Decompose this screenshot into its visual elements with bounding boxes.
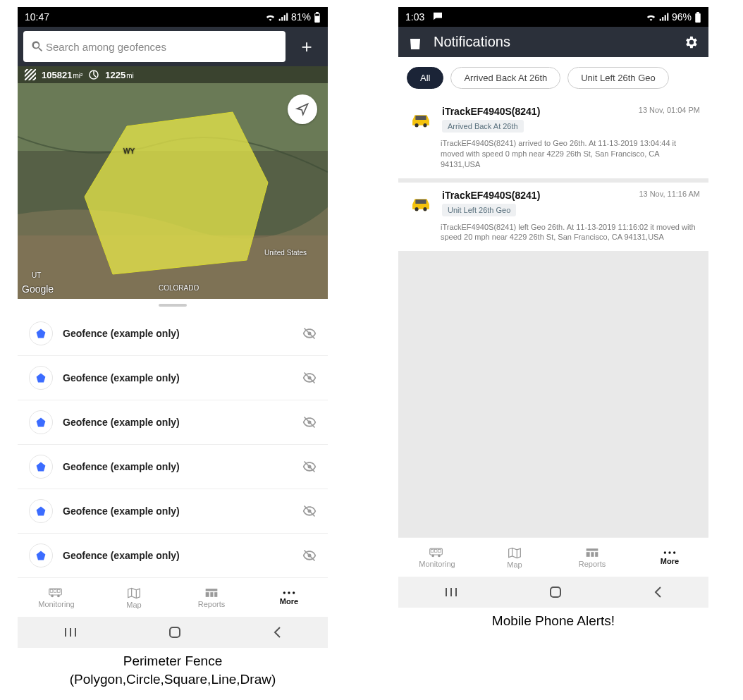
svg-rect-24 xyxy=(54,589,56,592)
add-geofence-button[interactable]: + xyxy=(291,31,322,62)
notif-timestamp: 13 Nov, 01:04 PM xyxy=(639,106,700,114)
visibility-off-icon[interactable] xyxy=(302,371,317,385)
geofence-row[interactable]: Geofence (example only) xyxy=(18,445,328,489)
nav-map[interactable]: Map xyxy=(476,538,553,577)
map-label-ut: UT xyxy=(32,271,41,279)
geofence-label: Geofence (example only) xyxy=(63,328,293,339)
notification-card[interactable]: iTrackEF4940S(8241) Arrived Back At 26th… xyxy=(398,99,708,178)
nav-reports[interactable]: Reports xyxy=(173,578,250,617)
table-icon xyxy=(204,587,219,598)
notif-header: Notifications xyxy=(398,27,708,57)
svg-rect-29 xyxy=(214,592,217,597)
svg-point-46 xyxy=(431,554,434,557)
nav-label: Monitoring xyxy=(419,560,455,568)
geofence-shape-icon xyxy=(29,366,53,390)
geofence-label: Geofence (example only) xyxy=(63,417,293,428)
nav-map[interactable]: Map xyxy=(95,578,173,617)
chip-arrived[interactable]: Arrived Back At 26th xyxy=(450,67,560,89)
home-button[interactable] xyxy=(549,586,562,598)
visibility-off-icon[interactable] xyxy=(302,460,317,474)
geofence-row[interactable]: Geofence (example only) xyxy=(18,489,328,534)
nav-more[interactable]: More xyxy=(631,538,708,577)
vehicle-icon xyxy=(407,106,435,134)
nav-more[interactable]: More xyxy=(250,578,328,617)
svg-marker-8 xyxy=(37,329,46,338)
svg-point-22 xyxy=(57,594,60,597)
nav-reports[interactable]: Reports xyxy=(553,538,631,577)
locate-me-button[interactable] xyxy=(288,94,317,124)
recents-button[interactable] xyxy=(444,587,458,598)
geofence-row[interactable]: Geofence (example only) xyxy=(18,400,328,445)
geofence-label: Geofence (example only) xyxy=(63,550,293,561)
nav-label: Reports xyxy=(579,560,606,568)
map-label-co: COLORADO xyxy=(159,284,199,292)
svg-point-44 xyxy=(423,207,426,211)
notif-title: iTrackEF4940S(8241) xyxy=(442,106,632,117)
svg-rect-49 xyxy=(434,549,437,552)
nav-label: Map xyxy=(126,601,141,609)
visibility-off-icon[interactable] xyxy=(302,415,317,429)
notification-list[interactable]: iTrackEF4940S(8241) Arrived Back At 26th… xyxy=(398,99,708,537)
battery-pct: 81% xyxy=(291,11,311,23)
bus-icon xyxy=(49,587,64,598)
status-time: 10:47 xyxy=(25,11,49,23)
nav-label: Reports xyxy=(198,600,226,608)
svg-rect-38 xyxy=(696,12,699,13)
svg-rect-26 xyxy=(206,589,218,591)
perim-unit: mi xyxy=(126,72,134,80)
signal-icon xyxy=(659,13,669,21)
map-icon xyxy=(127,587,141,599)
map-view[interactable]: 105821mi² 1225mi WY UT United States COL… xyxy=(18,66,328,299)
svg-rect-53 xyxy=(591,552,594,557)
drag-handle[interactable] xyxy=(18,299,328,312)
plus-icon: + xyxy=(301,36,312,58)
caption-left: Perimeter Fence (Polygon,Circle,Square,L… xyxy=(18,652,328,688)
back-button[interactable] xyxy=(272,626,282,639)
visibility-off-icon[interactable] xyxy=(302,548,317,563)
svg-rect-48 xyxy=(431,549,434,552)
geofence-row[interactable]: Geofence (example only) xyxy=(18,534,328,577)
svg-rect-27 xyxy=(206,592,209,597)
notif-tag: Arrived Back At 26th xyxy=(442,120,524,133)
svg-point-47 xyxy=(438,554,441,557)
map-label-wy: WY xyxy=(123,147,135,155)
svg-marker-10 xyxy=(37,374,46,383)
area-value: 105821 xyxy=(42,70,72,80)
chip-all[interactable]: All xyxy=(407,67,443,89)
map-icon xyxy=(508,546,522,559)
geofence-row[interactable]: Geofence (example only) xyxy=(18,312,328,356)
phone-geofence: 10:47 81% + xyxy=(18,7,328,648)
svg-rect-2 xyxy=(315,13,319,16)
notif-title: iTrackEF4940S(8241) xyxy=(442,190,632,201)
nav-label: Map xyxy=(507,560,522,569)
caption-line2: (Polygon,Circle,Square,Line,Draw) xyxy=(70,672,276,687)
caption-line1: Perimeter Fence xyxy=(123,653,222,668)
perimeter-icon xyxy=(88,69,99,80)
nav-monitoring[interactable]: Monitoring xyxy=(398,538,476,577)
svg-point-40 xyxy=(415,123,419,127)
search-box[interactable] xyxy=(23,31,285,62)
visibility-off-icon[interactable] xyxy=(302,326,317,340)
settings-button[interactable] xyxy=(683,35,699,50)
notification-card[interactable]: iTrackEF4940S(8241) Unit Left 26th Geo 1… xyxy=(398,183,708,252)
chip-left[interactable]: Unit Left 26th Geo xyxy=(567,67,669,89)
map-stats-overlay: 105821mi² 1225mi xyxy=(18,66,328,83)
geofence-row[interactable]: Geofence (example only) xyxy=(18,356,328,400)
svg-point-43 xyxy=(415,207,419,211)
navigation-icon xyxy=(295,102,309,116)
search-icon xyxy=(30,39,44,54)
svg-marker-7 xyxy=(85,112,268,274)
perim-value: 1225 xyxy=(105,70,125,80)
delete-button[interactable] xyxy=(408,35,422,50)
search-input[interactable] xyxy=(44,40,278,54)
visibility-off-icon[interactable] xyxy=(302,504,317,518)
recents-button[interactable] xyxy=(63,627,78,638)
back-button[interactable] xyxy=(653,586,663,598)
geofence-polygon[interactable] xyxy=(63,105,275,281)
filter-chips: All Arrived Back At 26th Unit Left 26th … xyxy=(398,57,708,99)
svg-point-30 xyxy=(283,591,285,594)
geofence-list[interactable]: Geofence (example only) Geofence (exampl… xyxy=(18,312,328,577)
home-button[interactable] xyxy=(168,626,181,639)
nav-monitoring[interactable]: Monitoring xyxy=(18,578,95,617)
nav-label: More xyxy=(280,597,298,606)
